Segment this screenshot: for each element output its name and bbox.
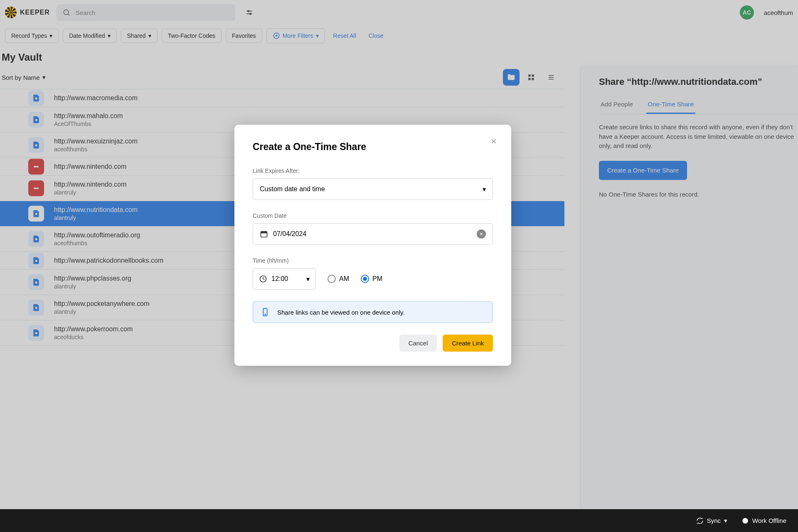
- time-value: 12:00: [271, 275, 288, 283]
- chevron-down-icon: ▾: [306, 275, 310, 283]
- time-select[interactable]: 12:00 ▾: [253, 268, 316, 290]
- info-banner: Share links can be viewed on one device …: [253, 301, 493, 323]
- offline-label: Work Offline: [752, 517, 786, 524]
- modal-close-button[interactable]: [490, 138, 497, 145]
- am-radio[interactable]: AM: [328, 275, 349, 283]
- clear-date-button[interactable]: [477, 229, 486, 239]
- sync-label: Sync: [707, 517, 721, 524]
- sync-button[interactable]: Sync ▾: [696, 517, 727, 525]
- calendar-icon: [260, 230, 268, 238]
- radio-icon: [361, 275, 369, 283]
- modal-title: Create a One-Time Share: [253, 141, 493, 153]
- chevron-down-icon: ▾: [724, 517, 727, 525]
- footer-bar: Sync ▾ Work Offline: [0, 509, 798, 532]
- work-offline-button[interactable]: Work Offline: [741, 517, 786, 525]
- expires-label: Link Expires After:: [253, 167, 493, 174]
- pm-label: PM: [372, 275, 382, 283]
- expires-value: Custom date and time: [260, 185, 325, 193]
- cancel-button[interactable]: Cancel: [399, 335, 437, 352]
- device-lock-icon: [261, 308, 270, 317]
- svg-point-39: [265, 314, 266, 315]
- sync-icon: [696, 517, 704, 525]
- time-label: Time (hh/mm): [253, 257, 493, 264]
- pm-radio[interactable]: PM: [361, 275, 382, 283]
- expires-select[interactable]: Custom date and time ▾: [253, 178, 493, 200]
- banner-text: Share links can be viewed on one device …: [277, 309, 405, 316]
- date-input-wrap[interactable]: [253, 223, 493, 245]
- svg-line-37: [263, 279, 264, 280]
- offline-icon: [741, 517, 749, 525]
- close-icon: [479, 232, 483, 236]
- close-icon: [490, 138, 497, 145]
- create-link-button[interactable]: Create Link: [443, 335, 493, 352]
- clock-icon: [259, 275, 267, 283]
- am-label: AM: [339, 275, 349, 283]
- radio-icon: [328, 275, 336, 283]
- date-input[interactable]: [273, 230, 472, 238]
- svg-point-40: [742, 518, 748, 524]
- chevron-down-icon: ▾: [483, 185, 486, 193]
- svg-rect-30: [261, 232, 267, 233]
- date-label: Custom Date: [253, 212, 493, 219]
- one-time-share-modal: Create a One-Time Share Link Expires Aft…: [234, 125, 511, 366]
